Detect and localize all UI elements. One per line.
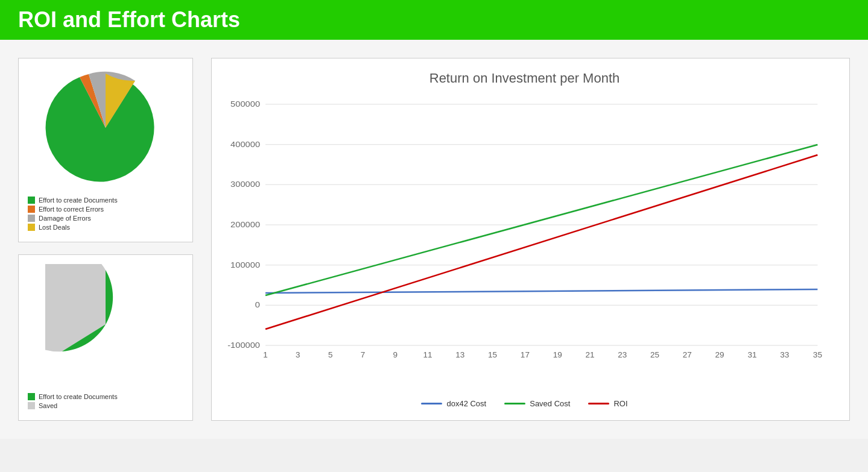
svg-text:27: 27: [683, 351, 692, 359]
svg-text:23: 23: [618, 351, 627, 359]
legend-dox42: dox42 Cost: [421, 399, 486, 408]
svg-text:15: 15: [488, 351, 497, 359]
left-column: Effort to create Documents Effort to cor…: [18, 58, 193, 421]
legend-item-errors: Effort to correct Errors: [28, 206, 183, 213]
svg-text:-100000: -100000: [227, 341, 260, 350]
svg-text:21: 21: [585, 351, 594, 359]
content-area: Effort to create Documents Effort to cor…: [0, 40, 868, 439]
legend-color-docs2: [28, 393, 35, 400]
legend-color-docs: [28, 197, 35, 204]
pie-chart-1-legend: Effort to create Documents Effort to cor…: [28, 194, 183, 233]
svg-text:1: 1: [263, 351, 268, 359]
svg-text:9: 9: [393, 351, 398, 359]
svg-text:500000: 500000: [230, 99, 260, 109]
svg-line-32: [265, 289, 817, 293]
line-chart-area: 500000 400000 300000 200000 100000 0 -10…: [218, 92, 831, 408]
legend-dash-saved: [504, 403, 525, 404]
pie-chart-2-legend: Effort to create Documents Saved: [28, 391, 183, 411]
legend-color-damage: [28, 215, 35, 222]
legend-color-deals: [28, 224, 35, 231]
legend-roi: ROI: [588, 399, 627, 408]
legend-label-dox42: dox42 Cost: [446, 399, 486, 408]
svg-text:300000: 300000: [230, 180, 260, 189]
legend-label-saved: Saved: [39, 402, 57, 409]
svg-text:200000: 200000: [230, 220, 260, 229]
legend-item-damage: Damage of Errors: [28, 215, 183, 222]
svg-text:17: 17: [521, 351, 530, 359]
svg-text:7: 7: [361, 351, 366, 359]
svg-text:13: 13: [455, 351, 464, 359]
legend-item-saved: Saved: [28, 402, 183, 409]
legend-label-docs2: Effort to create Documents: [39, 393, 118, 400]
legend-label-docs: Effort to create Documents: [39, 197, 118, 204]
pie-chart-2-box: Effort to create Documents Saved: [18, 254, 193, 421]
legend-label-damage: Damage of Errors: [39, 215, 91, 222]
legend-item-docs2: Effort to create Documents: [28, 393, 183, 400]
line-chart-title: Return on Investment per Month: [218, 71, 831, 86]
svg-text:3: 3: [296, 351, 300, 359]
legend-saved-cost: Saved Cost: [504, 399, 570, 408]
svg-text:35: 35: [813, 351, 822, 359]
svg-text:100000: 100000: [230, 260, 260, 269]
svg-text:11: 11: [423, 351, 432, 359]
pie-chart-1-box: Effort to create Documents Effort to cor…: [18, 58, 193, 242]
svg-text:29: 29: [715, 351, 724, 359]
page-header: ROI and Effort Charts: [0, 0, 868, 40]
svg-text:400000: 400000: [230, 140, 260, 149]
pie-chart-1: [45, 68, 166, 188]
legend-dash-roi: [588, 403, 609, 404]
legend-label-saved-cost: Saved Cost: [530, 399, 570, 408]
svg-text:0: 0: [255, 300, 260, 309]
svg-text:5: 5: [328, 351, 333, 359]
svg-text:25: 25: [650, 351, 659, 359]
svg-line-34: [265, 155, 817, 329]
legend-item-docs: Effort to create Documents: [28, 197, 183, 204]
line-chart-box: Return on Investment per Month: [211, 58, 850, 421]
svg-text:31: 31: [747, 351, 756, 359]
legend-label-deals: Lost Deals: [39, 224, 70, 231]
legend-label-errors: Effort to correct Errors: [39, 206, 104, 213]
legend-color-errors: [28, 206, 35, 213]
pie-chart-2: [45, 264, 166, 385]
legend-dash-dox42: [421, 403, 442, 404]
svg-text:33: 33: [780, 351, 789, 359]
svg-line-33: [265, 145, 817, 295]
page-title: ROI and Effort Charts: [18, 7, 240, 33]
legend-color-saved: [28, 402, 35, 409]
legend-label-roi: ROI: [613, 399, 627, 408]
svg-text:19: 19: [553, 351, 562, 359]
line-chart-legend: dox42 Cost Saved Cost ROI: [218, 399, 831, 408]
line-chart-svg-wrapper: 500000 400000 300000 200000 100000 0 -10…: [218, 92, 831, 390]
legend-item-deals: Lost Deals: [28, 224, 183, 231]
